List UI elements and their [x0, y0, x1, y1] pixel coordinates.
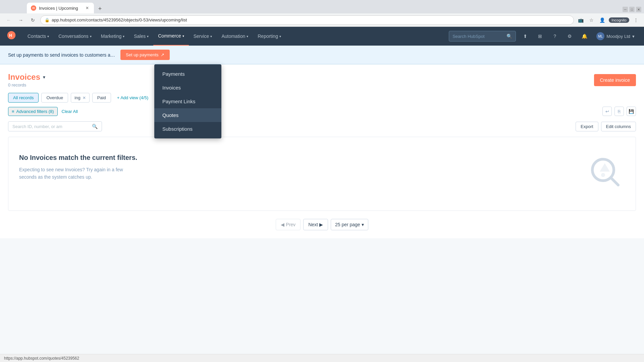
- svg-text:H: H: [9, 33, 12, 38]
- empty-state-heading: No Invoices match the current filters.: [19, 153, 140, 162]
- app-container: H Contacts ▾ Conversations ▾ Marketing ▾…: [0, 27, 644, 238]
- close-button[interactable]: ✕: [636, 7, 641, 12]
- upgrade-icon[interactable]: ⬆: [520, 31, 531, 42]
- setup-payments-button[interactable]: Set up payments ↗: [120, 50, 170, 60]
- nav-item-reporting[interactable]: Reporting ▾: [253, 27, 286, 46]
- dropdown-item-invoices[interactable]: Invoices: [154, 81, 221, 95]
- menu-icon[interactable]: ⋮: [632, 16, 640, 24]
- chevron-down-icon: ▾: [362, 222, 364, 227]
- empty-state-description: Expecting to see new Invoices? Try again…: [19, 166, 140, 181]
- user-avatar: ML: [596, 32, 604, 40]
- search-row: 🔍 Export Edit columns: [8, 121, 636, 131]
- table-search-bar[interactable]: 🔍: [8, 121, 102, 131]
- global-search[interactable]: 🔍: [449, 31, 516, 42]
- svg-point-5: [601, 173, 605, 177]
- lock-icon: 🔒: [45, 18, 50, 22]
- table-search-input[interactable]: [12, 124, 89, 129]
- save-button[interactable]: 💾: [627, 107, 636, 116]
- nav-item-conversations[interactable]: Conversations ▾: [54, 27, 96, 46]
- filter-tab-overdue[interactable]: Overdue: [41, 93, 68, 103]
- commerce-dropdown: Payments Invoices Payment Links Quotes S…: [154, 64, 221, 138]
- hubspot-logo[interactable]: H: [7, 31, 16, 42]
- filter-tag-upcoming[interactable]: ing ✕: [71, 93, 89, 103]
- nav-item-service[interactable]: Service ▾: [189, 27, 217, 46]
- nav-item-commerce[interactable]: Commerce ▾: [153, 27, 189, 46]
- browser-tab[interactable]: H Invoices | Upcoming ✕: [27, 3, 94, 13]
- empty-illustration: [585, 153, 625, 194]
- chevron-down-icon: ▾: [247, 35, 248, 38]
- dropdown-item-payments[interactable]: Payments: [154, 67, 221, 81]
- main-content: Invoices ▾ 0 records Create invoice All …: [0, 64, 644, 238]
- chevron-down-icon: ▾: [210, 35, 212, 38]
- filter-icon: ≡: [12, 109, 14, 114]
- nav-item-marketing[interactable]: Marketing ▾: [96, 27, 129, 46]
- tab-favicon: H: [31, 5, 36, 11]
- chevron-down-icon: ▾: [279, 35, 281, 38]
- pagination: ◀ Prev Next ▶ 25 per page ▾: [8, 219, 636, 230]
- chevron-down-icon: ▾: [147, 35, 149, 38]
- banner-text: Set up payments to send invoices to cust…: [8, 52, 115, 58]
- page-title: Invoices: [8, 72, 40, 82]
- next-page-button[interactable]: Next ▶: [303, 219, 328, 230]
- tab-close-button[interactable]: ✕: [85, 5, 90, 11]
- advanced-filter-row: ≡ Advanced filters (8) Clear All ↩ ⎘ 💾: [8, 107, 636, 116]
- maximize-button[interactable]: □: [629, 7, 635, 12]
- user-chevron-icon: ▾: [632, 34, 635, 39]
- forward-button[interactable]: →: [16, 15, 25, 25]
- svg-marker-4: [600, 163, 610, 172]
- reload-button[interactable]: ↻: [28, 15, 38, 25]
- user-menu[interactable]: ML Moodjoy Ltd ▾: [594, 31, 637, 42]
- table-actions: Export Edit columns: [576, 122, 636, 131]
- nav-item-sales[interactable]: Sales ▾: [129, 27, 153, 46]
- help-icon[interactable]: ?: [549, 31, 560, 42]
- undo-button[interactable]: ↩: [602, 107, 612, 116]
- advanced-filters-button[interactable]: ≡ Advanced filters (8): [8, 107, 58, 116]
- cast-icon[interactable]: 📺: [577, 16, 585, 24]
- remove-filter-icon[interactable]: ✕: [83, 96, 86, 100]
- chevron-down-icon: ▾: [90, 35, 92, 38]
- nav-right: 🔍 ⬆ ⊞ ? ⚙ 🔔 ML Moodjoy Ltd ▾: [449, 31, 637, 42]
- page-header: Invoices ▾ 0 records Create invoice: [8, 72, 636, 87]
- dropdown-item-subscriptions[interactable]: Subscriptions: [154, 122, 221, 136]
- incognito-badge: Incognito: [609, 17, 629, 23]
- minimize-button[interactable]: ─: [623, 7, 628, 12]
- empty-state-text: No Invoices match the current filters. E…: [19, 153, 140, 181]
- external-link-icon: ↗: [161, 52, 164, 57]
- edit-columns-button[interactable]: Edit columns: [601, 122, 636, 131]
- nav-item-automation[interactable]: Automation ▾: [217, 27, 253, 46]
- create-invoice-button[interactable]: Create invoice: [594, 74, 636, 86]
- filter-actions-right: ↩ ⎘ 💾: [602, 107, 636, 116]
- search-icon: 🔍: [506, 34, 512, 39]
- records-count: 0 records: [8, 82, 45, 87]
- url-bar[interactable]: 🔒 app.hubspot.com/contacts/45239562/obje…: [40, 15, 574, 25]
- chevron-left-icon: ◀: [281, 222, 284, 227]
- filter-bar: All records Overdue ing ✕ Paid + Add vie…: [8, 93, 636, 103]
- copy-button[interactable]: ⎘: [614, 107, 624, 116]
- export-button[interactable]: Export: [576, 122, 598, 131]
- marketplace-icon[interactable]: ⊞: [535, 31, 545, 42]
- clear-all-button[interactable]: Clear All: [62, 109, 78, 114]
- title-dropdown-icon[interactable]: ▾: [43, 74, 45, 80]
- chevron-down-icon: ▾: [47, 35, 49, 38]
- settings-icon[interactable]: ⚙: [564, 31, 575, 42]
- prev-page-button[interactable]: ◀ Prev: [276, 219, 301, 230]
- setup-banner: Set up payments to send invoices to cust…: [0, 46, 644, 64]
- bookmark-icon[interactable]: ☆: [587, 16, 595, 24]
- new-tab-button[interactable]: +: [95, 4, 105, 13]
- filter-tab-paid[interactable]: Paid: [92, 93, 111, 103]
- dropdown-item-quotes[interactable]: Quotes: [154, 108, 221, 122]
- back-button[interactable]: ←: [4, 15, 13, 25]
- empty-state: No Invoices match the current filters. E…: [8, 137, 636, 211]
- chevron-down-icon: ▾: [182, 34, 184, 38]
- search-input[interactable]: [452, 34, 504, 39]
- nav-item-contacts[interactable]: Contacts ▾: [23, 27, 54, 46]
- profile-icon[interactable]: 👤: [598, 16, 606, 24]
- notifications-icon[interactable]: 🔔: [579, 31, 590, 42]
- per-page-selector[interactable]: 25 per page ▾: [331, 219, 368, 230]
- tab-title: Invoices | Upcoming: [39, 6, 78, 11]
- filter-tab-all-records[interactable]: All records: [8, 93, 39, 103]
- add-view-button[interactable]: + Add view (4/5): [114, 93, 152, 102]
- dropdown-item-payment-links[interactable]: Payment Links: [154, 95, 221, 108]
- chevron-down-icon: ▾: [123, 35, 124, 38]
- nav-items: Contacts ▾ Conversations ▾ Marketing ▾ S…: [23, 27, 449, 46]
